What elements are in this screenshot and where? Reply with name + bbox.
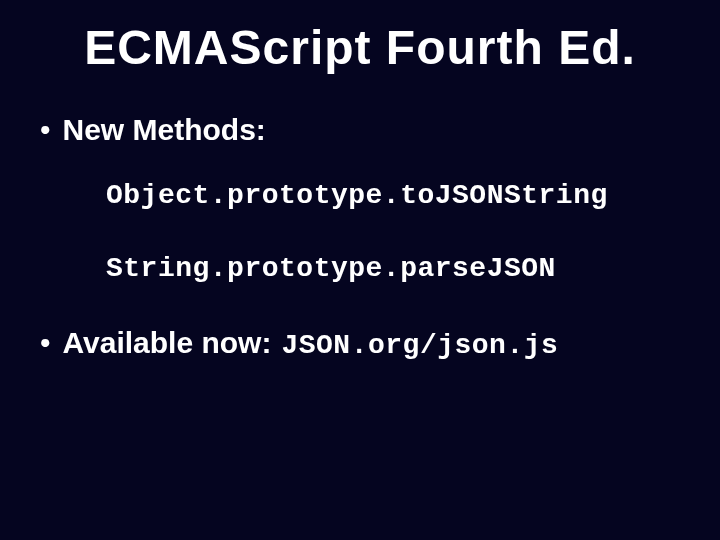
bullet-label: New Methods: bbox=[63, 113, 266, 146]
bullet-label: Available now: bbox=[63, 326, 272, 359]
code-method-1: Object.prototype.toJSONString bbox=[106, 180, 680, 211]
slide-title: ECMAScript Fourth Ed. bbox=[40, 20, 680, 75]
bullet-dot-icon: • bbox=[40, 328, 51, 358]
bullet-available-now: • Available now: JSON.org/json.js bbox=[40, 326, 680, 361]
slide: ECMAScript Fourth Ed. • New Methods: Obj… bbox=[0, 0, 720, 540]
bullet-new-methods: • New Methods: bbox=[40, 113, 680, 146]
code-method-2: String.prototype.parseJSON bbox=[106, 253, 680, 284]
code-json-org-url: JSON.org/json.js bbox=[281, 330, 558, 361]
bullet-dot-icon: • bbox=[40, 115, 51, 145]
